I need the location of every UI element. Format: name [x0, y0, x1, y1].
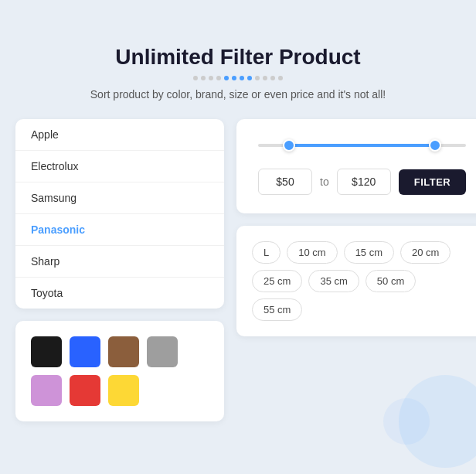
header-dot: [232, 76, 236, 80]
size-tags: L10 cm15 cm20 cm25 cm35 cm50 cm55 cm: [252, 241, 472, 321]
color-card: [15, 321, 224, 421]
color-swatch-black[interactable]: [31, 336, 62, 367]
header-dot: [209, 76, 213, 80]
header-dot: [270, 76, 275, 80]
size-tag[interactable]: 35 cm: [308, 270, 359, 292]
brand-list-item[interactable]: Electrolux: [15, 151, 224, 182]
header-dot: [201, 76, 206, 80]
header-dot: [278, 76, 283, 80]
brand-list-item[interactable]: Samsung: [15, 182, 224, 214]
header-dot: [255, 76, 260, 80]
page-title: Unlimited Filter Product: [15, 45, 461, 70]
price-inputs: to FILTER: [258, 169, 466, 195]
color-swatch-brown[interactable]: [108, 336, 139, 367]
range-thumb-right[interactable]: [429, 139, 441, 152]
size-tag[interactable]: 15 cm: [344, 241, 394, 264]
color-swatch-yellow[interactable]: [108, 375, 139, 406]
header-dot: [240, 76, 244, 80]
header-dot: [216, 76, 221, 80]
header-dot: [193, 76, 198, 80]
price-separator: to: [320, 176, 329, 188]
color-swatch-gray[interactable]: [147, 336, 178, 367]
size-card: L10 cm15 cm20 cm25 cm35 cm50 cm55 cm: [236, 226, 476, 336]
header-dot: [263, 76, 267, 80]
page-header: Unlimited Filter Product Sort product by…: [15, 45, 461, 101]
size-tag[interactable]: 55 cm: [252, 298, 302, 321]
header-dots: [15, 76, 461, 80]
color-swatch-blue[interactable]: [70, 336, 100, 367]
brand-list-item[interactable]: Toyota: [15, 278, 224, 309]
header-dot: [224, 76, 229, 80]
right-column: to FILTER L10 cm15 cm20 cm25 cm35 cm50 c…: [236, 119, 476, 421]
color-swatch-purple[interactable]: [31, 375, 62, 406]
price-min-input[interactable]: [258, 169, 312, 195]
price-max-input[interactable]: [337, 169, 391, 195]
range-fill: [289, 144, 434, 147]
brand-list-item[interactable]: Apple: [15, 119, 224, 151]
filter-button[interactable]: FILTER: [399, 169, 467, 195]
brand-list-item[interactable]: Sharp: [15, 246, 224, 278]
price-range-slider[interactable]: [258, 138, 466, 153]
size-tag[interactable]: 50 cm: [366, 270, 416, 292]
size-tag[interactable]: 20 cm: [400, 241, 450, 264]
size-tag[interactable]: 25 cm: [252, 270, 302, 292]
brand-card: AppleElectroluxSamsungPanasonicSharpToyo…: [15, 119, 224, 309]
price-card: to FILTER: [236, 119, 476, 213]
page-wrapper: Unlimited Filter Product Sort product by…: [0, 22, 476, 452]
size-tag[interactable]: 10 cm: [287, 241, 337, 264]
brand-list: AppleElectroluxSamsungPanasonicSharpToyo…: [15, 119, 224, 309]
color-swatch-red[interactable]: [70, 375, 100, 406]
range-thumb-left[interactable]: [283, 139, 295, 152]
brand-list-item[interactable]: Panasonic: [15, 214, 224, 246]
header-dot: [247, 76, 252, 80]
size-tag[interactable]: L: [252, 241, 280, 264]
color-swatches: [31, 336, 209, 406]
header-subtitle: Sort product by color, brand, size or ev…: [15, 88, 461, 101]
left-column: AppleElectroluxSamsungPanasonicSharpToyo…: [15, 119, 224, 421]
content-grid: AppleElectroluxSamsungPanasonicSharpToyo…: [15, 119, 461, 421]
